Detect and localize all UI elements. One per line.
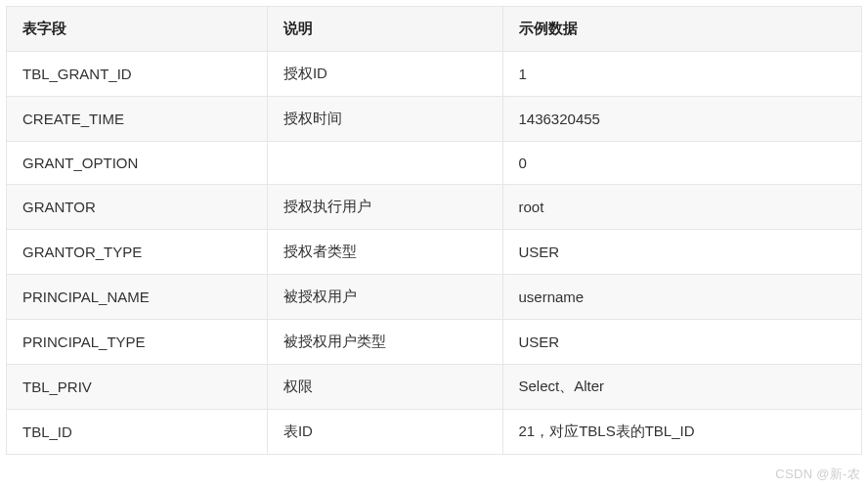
cell-desc: 表ID	[267, 410, 502, 455]
cell-field: TBL_PRIV	[7, 365, 268, 410]
table-row: PRINCIPAL_TYPE 被授权用户类型 USER	[7, 320, 862, 365]
cell-field: GRANTOR_TYPE	[7, 230, 268, 275]
cell-field: PRINCIPAL_NAME	[7, 275, 268, 320]
header-desc: 说明	[267, 7, 502, 52]
cell-example: USER	[502, 230, 862, 275]
cell-field: TBL_GRANT_ID	[7, 52, 268, 97]
cell-desc: 被授权用户	[267, 275, 502, 320]
header-field: 表字段	[7, 7, 268, 52]
cell-desc: 授权执行用户	[267, 185, 502, 230]
cell-field: GRANT_OPTION	[7, 142, 268, 185]
cell-example: Select、Alter	[502, 365, 862, 410]
cell-desc: 授权时间	[267, 97, 502, 142]
table-row: GRANT_OPTION 0	[7, 142, 862, 185]
header-example: 示例数据	[502, 7, 862, 52]
table-header-row: 表字段 说明 示例数据	[7, 7, 862, 52]
table-row: TBL_GRANT_ID 授权ID 1	[7, 52, 862, 97]
cell-desc: 被授权用户类型	[267, 320, 502, 365]
cell-example: 21，对应TBLS表的TBL_ID	[502, 410, 862, 455]
cell-desc: 授权ID	[267, 52, 502, 97]
table-container: 表字段 说明 示例数据 TBL_GRANT_ID 授权ID 1 CREATE_T…	[0, 0, 868, 461]
cell-field: GRANTOR	[7, 185, 268, 230]
cell-desc: 授权者类型	[267, 230, 502, 275]
cell-example: USER	[502, 320, 862, 365]
schema-table: 表字段 说明 示例数据 TBL_GRANT_ID 授权ID 1 CREATE_T…	[6, 6, 862, 455]
table-row: GRANTOR 授权执行用户 root	[7, 185, 862, 230]
cell-example: root	[502, 185, 862, 230]
cell-field: TBL_ID	[7, 410, 268, 455]
cell-example: 1436320455	[502, 97, 862, 142]
cell-field: PRINCIPAL_TYPE	[7, 320, 268, 365]
table-row: GRANTOR_TYPE 授权者类型 USER	[7, 230, 862, 275]
cell-desc: 权限	[267, 365, 502, 410]
watermark-text: CSDN @新-农	[775, 466, 860, 483]
table-row: CREATE_TIME 授权时间 1436320455	[7, 97, 862, 142]
cell-example: 1	[502, 52, 862, 97]
cell-field: CREATE_TIME	[7, 97, 268, 142]
table-row: PRINCIPAL_NAME 被授权用户 username	[7, 275, 862, 320]
cell-example: username	[502, 275, 862, 320]
cell-example: 0	[502, 142, 862, 185]
table-row: TBL_ID 表ID 21，对应TBLS表的TBL_ID	[7, 410, 862, 455]
table-row: TBL_PRIV 权限 Select、Alter	[7, 365, 862, 410]
cell-desc	[267, 142, 502, 185]
